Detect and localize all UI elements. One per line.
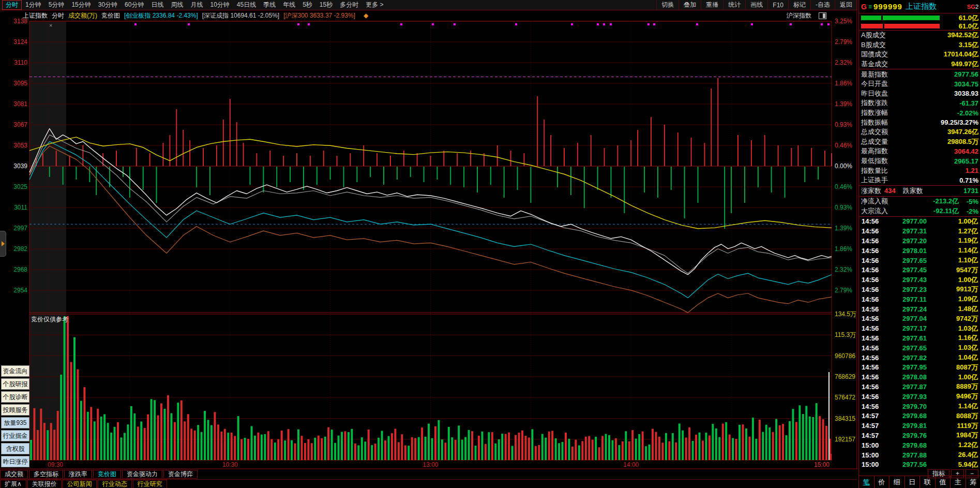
svg-text:0.46%: 0.46% [835,183,852,190]
tick-row-8: 14:562977.239913万 [859,285,980,294]
tick-row-6: 14:562977.459547万 [859,265,980,275]
index-stat-row-6: 指数振幅99.25/3.27% [859,117,980,127]
bottom-tab-5[interactable]: 资金驱动力 [122,470,162,479]
svg-text:3095: 3095 [13,80,27,87]
svg-text:192157: 192157 [835,436,855,443]
panel-tab-笔[interactable]: 笔 [859,476,875,488]
index-stat-row-1: 最新指数2977.56 [859,69,980,79]
svg-text:2.32%: 2.32% [835,59,852,66]
quote-panel: G ≡ 999999 上证指数 SG 2 61.0亿61.0亿 A股成交3942… [858,0,980,488]
index-stats: 最新指数2977.56今日开盘3034.75昨日收盘3038.93指数涨跌-61… [859,69,980,185]
panel-tab-细[interactable]: 细 [889,476,905,488]
market-turnover-stats: A股成交3942.52亿B股成交3.15亿国债成交17014.04亿基金成交94… [859,31,980,69]
index-stat-row-5: 指数涨幅-2.02% [859,108,980,118]
svg-text:09:30: 09:30 [48,461,63,468]
left-quick-buttons: 资金流向个股研报个股诊断投顾服务放量935行业掘金含权股昨日涨停 [1,365,29,469]
fund-flow-rows: 净流入额-213.2亿-5%大宗流入-92.11亿-2% [859,197,980,216]
gauge-row-2: 61.0亿 [859,22,980,30]
tick-row-25: 15:002977.8826.4亿 [859,450,980,460]
bottom-tab-4[interactable]: 竞价图 [93,470,121,479]
bid-ask-gauges: 61.0亿61.0亿 [859,13,980,30]
bottom-tab-2[interactable]: 多空指标 [29,470,63,479]
svg-text:0.93%: 0.93% [835,121,852,128]
tick-row-12: 14:562977.171.03亿 [859,323,980,333]
svg-text:2.79%: 2.79% [835,287,852,294]
bottom-tab2-1[interactable]: 扩展∧ [0,480,26,488]
bottom-tab-3[interactable]: 涨跌率 [64,470,92,479]
quick-button-2[interactable]: 个股研报 [1,378,29,390]
turnover-row-4: 基金成交949.97亿 [859,60,980,69]
svg-text:768629: 768629 [835,373,855,380]
advancers-label: 涨家数 [861,186,881,196]
zoom-in-button[interactable]: + [951,469,964,478]
tick-row-26: 15:002977.565.94亿 [859,460,980,469]
zoom-out-button[interactable]: − [966,469,978,478]
advancers-decliners: 涨家数 434 跌家数 1731 [859,186,980,196]
quick-button-4[interactable]: 投顾服务 [1,404,29,416]
svg-text:10:30: 10:30 [222,461,238,468]
tick-list[interactable]: 14:562977.001.00亿14:562977.311.27亿14:562… [859,217,980,470]
arrow-right-icon [2,241,5,246]
bottom-tab2-3[interactable]: 公司新闻 [63,480,97,488]
svg-text:0.00%: 0.00% [835,162,852,170]
bottom-tab2-5[interactable]: 行业研究 [133,480,167,488]
flow-row-2: 大宗流入-92.11亿-2% [859,206,980,216]
tick-row-2: 14:562977.311.27亿 [859,226,980,236]
index-stat-row-9: 最高指数3064.42 [859,146,980,156]
tick-row-18: 14:562977.878889万 [859,382,980,392]
panel-tab-价[interactable]: 价 [875,476,890,488]
svg-text:3067: 3067 [13,121,27,128]
bottom-tab2-2[interactable]: 关联报价 [27,480,62,488]
index-stat-row-12: 上证换手0.71% [859,175,980,185]
svg-text:1.39%: 1.39% [835,225,852,232]
svg-text:0.46%: 0.46% [835,142,852,149]
tick-row-16: 14:562977.958087万 [859,362,980,372]
quick-button-3[interactable]: 个股诊断 [1,391,29,403]
tick-row-19: 14:562977.939496万 [859,392,980,402]
g-flag: G [861,3,867,11]
svg-text:2.79%: 2.79% [835,38,852,46]
svg-text:576472: 576472 [835,394,855,401]
index-stat-row-2: 今日开盘3034.75 [859,79,980,89]
quick-button-1[interactable]: 资金流向 [1,365,29,377]
sidebar-expand-handle[interactable] [0,231,6,257]
hamburger-icon[interactable]: ≡ [868,3,872,10]
overlay-close-icon[interactable]: × [49,22,52,28]
trading-app: 分时1分钟5分钟15分钟30分钟60分钟日线周线月线10分钟45日线季线年线5秒… [0,0,980,488]
svg-text:3081: 3081 [13,100,27,108]
quick-button-5[interactable]: 放量935 [1,417,29,428]
svg-text:0.93%: 0.93% [835,204,852,211]
indicator-controls: 指标 + − [928,469,980,479]
panel-tab-日[interactable]: 日 [905,476,921,488]
bottom-tab-1[interactable]: 成交额 [0,470,28,479]
svg-text:2968: 2968 [13,266,27,273]
bottom-tab2-4[interactable]: 行业动态 [98,480,132,488]
svg-text:3025: 3025 [13,183,27,190]
svg-text:13:00: 13:00 [423,461,438,468]
intraday-chart: 31383.25%31242.79%31102.32%30951.86%3081… [0,0,857,469]
turnover-row-3: 国债成交17014.04亿 [859,50,980,60]
flow-row-1: 净流入额-213.2亿-5% [859,197,980,206]
svg-text:2.32%: 2.32% [835,266,852,273]
index-stat-row-11: 指数量比1.21 [859,166,980,175]
decliners-label: 跌家数 [903,186,923,196]
tick-row-20: 14:562979.701.14亿 [859,402,980,411]
quick-button-7[interactable]: 含权股 [1,443,29,454]
quick-button-8[interactable]: 昨日涨停 [1,456,29,467]
bottom-tab-6[interactable]: 资金博弈 [163,470,198,479]
auction-note: 竞价仅供参考 [31,315,68,324]
svg-text:3110: 3110 [14,59,27,66]
svg-text:2982: 2982 [13,245,27,253]
svg-text:1.86%: 1.86% [835,245,852,253]
stock-name: 上证指数 [906,2,937,11]
svg-text:14:00: 14:00 [623,461,639,468]
tick-row-4: 14:562978.011.14亿 [859,246,980,256]
tick-row-17: 14:562978.081.00亿 [859,372,980,382]
svg-text:115.3万: 115.3万 [835,331,856,338]
advancers-count: 434 [884,187,896,195]
quick-button-6[interactable]: 行业掘金 [1,430,29,441]
tick-row-1: 14:562977.001.00亿 [859,217,980,227]
indicator-button[interactable]: 指标 [928,469,949,478]
svg-text:3138: 3138 [13,18,27,25]
tick-row-23: 14:572979.761984万 [859,431,980,440]
